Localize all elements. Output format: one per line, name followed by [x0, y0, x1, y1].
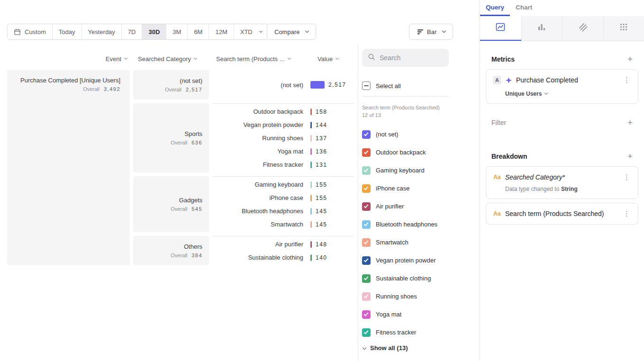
series-row[interactable]: Smartwatch145 [212, 218, 354, 231]
show-all-button[interactable]: Show all (13) [362, 344, 480, 352]
series-row[interactable]: Running shoes137 [212, 132, 354, 145]
search-box[interactable] [362, 49, 449, 67]
filter-checkbox-item[interactable]: Vegan protein powder [362, 252, 480, 270]
series-row[interactable]: Fitness tracker131 [212, 158, 354, 171]
event-box[interactable]: Purchase Completed [Unique Users] Overal… [7, 70, 130, 265]
date-range-yesterday[interactable]: Yesterday [82, 24, 121, 39]
row-group: Gaming keyboard155iPhone case155Bluetoot… [212, 176, 354, 232]
date-range-label: 30D [148, 28, 160, 36]
series-label: Vegan protein powder [212, 121, 303, 128]
breakdown-card-search-term[interactable]: Aa Search term (Products Searched) ⋮ [486, 203, 638, 225]
filter-checkbox-item[interactable]: Yoga mat [362, 306, 480, 324]
series-label: Gaming keyboard [212, 181, 303, 188]
checkbox[interactable] [362, 130, 371, 139]
date-range-label: 3M [172, 28, 181, 36]
report-main: Custom TodayYesterday7D30D3M6M12MXTD Com… [0, 0, 480, 361]
filter-checkbox-item[interactable]: iPhone case [362, 180, 480, 198]
checkbox[interactable] [362, 292, 371, 301]
chart-type-label: Bar [427, 28, 436, 36]
filter-item-label: (not set) [376, 131, 399, 138]
filter-item-label: Yoga mat [376, 311, 401, 318]
column-header-search-term-label: Search term (Products ... [216, 55, 285, 63]
series-row[interactable]: Sustainable clothing140 [212, 251, 354, 264]
filter-checkbox-item[interactable]: (not set) [362, 126, 480, 144]
chevron-down-icon [363, 346, 366, 350]
breakdown-kebab-menu[interactable]: ⋮ [622, 173, 631, 181]
filter-checkbox-item[interactable]: Fitness tracker [362, 324, 480, 342]
tab-flows[interactable] [603, 16, 644, 41]
overall-value: 2,517 [186, 87, 202, 92]
checkbox[interactable] [362, 238, 371, 247]
series-row[interactable]: Yoga mat136 [212, 145, 354, 158]
add-filter-button[interactable]: + [627, 118, 633, 127]
filter-checkbox-item[interactable]: Air purifier [362, 198, 480, 216]
filter-checkbox-item[interactable]: Running shoes [362, 288, 480, 306]
breakdown-card-searched-category[interactable]: Aa Searched Category* ⋮ Data type change… [486, 166, 638, 199]
add-breakdown-button[interactable]: + [627, 152, 633, 161]
checkbox[interactable] [362, 328, 371, 337]
compare-button[interactable]: Compare [267, 24, 316, 40]
tab-query[interactable]: Query [480, 0, 510, 16]
filter-checkbox-item[interactable]: Sustainable clothing [362, 270, 480, 288]
tab-funnels[interactable] [521, 16, 562, 41]
tab-retention[interactable] [562, 16, 603, 41]
checkbox[interactable] [362, 184, 371, 193]
series-value: 148 [316, 241, 327, 248]
date-range-6m[interactable]: 6M [187, 24, 209, 39]
measurement-label: Unique Users [505, 90, 542, 97]
category-box[interactable]: OthersOverall384 [133, 236, 209, 265]
string-type-icon: Aa [493, 210, 501, 217]
date-range-xtd[interactable]: XTD [234, 24, 268, 39]
series-row[interactable]: Gaming keyboard155 [212, 178, 354, 191]
tab-chart[interactable]: Chart [510, 0, 538, 16]
dots-grid-tab-icon [619, 22, 628, 34]
column-header-category[interactable]: Searched Category [138, 55, 197, 63]
filter-checkbox-item[interactable]: Gaming keyboard [362, 162, 480, 180]
date-range-30d[interactable]: 30D [142, 24, 166, 39]
checkbox[interactable] [362, 220, 371, 229]
column-header-value[interactable]: Value [317, 55, 338, 63]
date-range-custom[interactable]: Custom [8, 24, 52, 39]
show-all-label: Show all (13) [370, 344, 408, 352]
series-row[interactable]: iPhone case155 [212, 191, 354, 205]
metric-kebab-menu[interactable]: ⋮ [622, 76, 631, 84]
column-header-search-term[interactable]: Search term (Products ... [216, 55, 290, 63]
checkbox[interactable] [362, 166, 371, 175]
event-star-icon [505, 77, 512, 84]
checkbox[interactable] [362, 148, 371, 157]
checkbox[interactable] [362, 256, 371, 265]
breakdown-kebab-menu[interactable]: ⋮ [622, 209, 631, 218]
category-box[interactable]: GadgetsOverall545 [133, 176, 209, 232]
category-box[interactable]: (not set)Overall2,517 [133, 70, 209, 99]
checkbox[interactable] [362, 202, 371, 211]
filter-checkbox-item[interactable]: Outdoor backpack [362, 144, 480, 162]
checkbox[interactable] [362, 274, 371, 283]
series-label: Outdoor backpack [212, 108, 303, 115]
chart-type-select[interactable]: Bar [409, 24, 453, 40]
metric-card[interactable]: A Purchase Completed ⋮ Unique Users [486, 69, 638, 104]
series-row[interactable]: Bluetooth headphones145 [212, 205, 354, 218]
checkbox[interactable] [362, 310, 371, 319]
series-filter-panel: Select all Search term (Products Searche… [358, 45, 480, 361]
date-range-3m[interactable]: 3M [166, 24, 187, 39]
query-sidebar: QueryChart [480, 0, 644, 361]
series-value: 140 [316, 254, 327, 261]
filter-checkbox-item[interactable]: Bluetooth headphones [362, 216, 480, 234]
date-range-7d[interactable]: 7D [121, 24, 142, 39]
category-box[interactable]: SportsOverall636 [133, 103, 209, 172]
column-header-event[interactable]: Event [7, 55, 130, 63]
series-row[interactable]: Air purifier148 [212, 238, 354, 251]
filter-checkbox-item[interactable]: Smartwatch [362, 234, 480, 252]
overall-label: Overall [171, 206, 187, 212]
measurement-dropdown[interactable]: Unique Users [505, 90, 631, 97]
date-range-12m[interactable]: 12M [209, 24, 233, 39]
select-all-row[interactable]: Select all [362, 80, 480, 91]
series-row[interactable]: Outdoor backpack158 [212, 105, 354, 118]
series-row[interactable]: Vegan protein powder144 [212, 118, 354, 132]
series-row[interactable]: (not set)2,517 [212, 70, 354, 99]
search-input[interactable] [380, 54, 441, 62]
add-metric-button[interactable]: + [627, 54, 633, 63]
tab-insights[interactable] [480, 16, 521, 41]
select-all-checkbox[interactable] [362, 81, 371, 90]
date-range-today[interactable]: Today [52, 24, 82, 39]
